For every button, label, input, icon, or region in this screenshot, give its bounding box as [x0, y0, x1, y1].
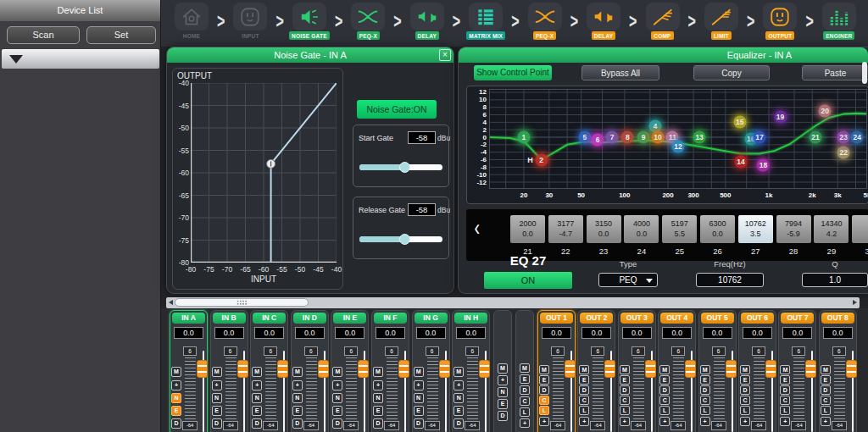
channel-label[interactable]: OUT 7 [781, 313, 814, 324]
toolbar-item-input[interactable]: INPUT [228, 3, 272, 40]
fader-handle[interactable] [237, 360, 248, 378]
channel-strip-in-b[interactable]: IN B0.06-64M+NED [210, 310, 248, 432]
channel-button-m[interactable]: M [780, 365, 790, 374]
channel-button-e[interactable]: E [498, 399, 508, 409]
paste-button[interactable]: Paste [802, 65, 868, 80]
eq-point-21[interactable]: 21 [809, 131, 821, 144]
channel-button-plus[interactable]: + [332, 380, 342, 390]
scrollbar-left-arrow-icon[interactable] [169, 300, 173, 305]
channel-button-plus[interactable]: + [171, 380, 181, 390]
toolbar-item-delay[interactable]: DELAY [405, 3, 449, 40]
channel-button-c[interactable]: C [539, 396, 549, 405]
band-scroll-left-icon[interactable]: ‹ [474, 216, 480, 240]
device-dropdown[interactable] [2, 49, 159, 69]
channel-button-plus[interactable]: + [539, 417, 549, 426]
gain-value-display[interactable]: 0.0 [254, 327, 284, 339]
channel-button-c[interactable]: C [520, 396, 530, 406]
channel-strip-in-f[interactable]: IN F0.06-64M+NED [371, 310, 409, 432]
channel-button-plus[interactable]: + [700, 417, 710, 426]
channel-button-plus[interactable]: + [780, 417, 790, 426]
channel-button-m[interactable]: M [171, 367, 181, 377]
channel-button-plus[interactable]: + [292, 380, 303, 390]
channel-button-l[interactable]: L [740, 406, 750, 415]
channel-label[interactable]: OUT 4 [660, 313, 693, 324]
fader-handle[interactable] [846, 360, 857, 378]
eq-point-14[interactable]: 14 [735, 155, 748, 168]
fader-handle[interactable] [277, 360, 288, 378]
channel-button-e[interactable]: E [332, 406, 342, 416]
toolbar-item-delay[interactable]: DELAY [581, 3, 626, 40]
channel-button-e[interactable]: E [700, 375, 710, 385]
channel-button-c[interactable]: C [821, 396, 831, 405]
channel-button-m[interactable]: M [520, 363, 530, 373]
channel-button-e[interactable]: E [292, 406, 303, 416]
gain-value-display[interactable]: 0.0 [295, 327, 325, 339]
eq-band-27[interactable]: 107623.5 [738, 215, 773, 243]
eq-point-20[interactable]: 20 [819, 105, 832, 118]
start-gate-slider[interactable] [359, 164, 442, 170]
channel-label[interactable]: OUT 8 [821, 313, 854, 324]
channel-button-e[interactable]: E [740, 375, 750, 385]
channel-button-plus[interactable]: + [659, 417, 670, 426]
scan-button[interactable]: Scan [7, 26, 80, 44]
toolbar-item-limit[interactable]: LIMIT [699, 3, 743, 40]
channel-button-e[interactable]: E [520, 374, 530, 384]
channel-label[interactable]: IN C [253, 313, 286, 324]
eq-band-21[interactable]: 20000.0 [510, 215, 545, 243]
channel-button-d[interactable]: D [498, 411, 508, 421]
toolbar-item-peq-x[interactable]: PEQ-X [523, 3, 567, 40]
toolbar-item-enginer[interactable]: ENGINER [817, 3, 861, 40]
channel-button-d[interactable]: D [579, 385, 589, 395]
eq-point-7[interactable]: 7 [606, 131, 619, 144]
noise-gate-plot[interactable] [191, 83, 337, 263]
channel-button-d[interactable]: D [212, 418, 222, 429]
channel-strip-in-e[interactable]: IN E0.06-64M+NED [331, 310, 369, 432]
channel-strip-out-8[interactable]: OUT 80.06-64MEDCL+ [819, 310, 857, 432]
eq-band-29[interactable]: 143404.2 [814, 215, 849, 243]
channel-button-plus[interactable]: + [414, 380, 424, 390]
channel-button-c[interactable]: C [740, 396, 750, 405]
channel-label[interactable]: OUT 2 [580, 313, 613, 324]
channel-button-e[interactable]: E [171, 406, 181, 416]
bypass-all-button[interactable]: Bypass All [581, 65, 659, 80]
scrollbar-thumb[interactable] [175, 298, 309, 307]
channel-strip-out-2[interactable]: OUT 20.06-64MEDCL+ [577, 310, 615, 432]
noise-gate-on-button[interactable]: Noise Gate:ON [357, 100, 437, 119]
release-gate-slider[interactable] [359, 236, 442, 242]
type-select[interactable]: PEQ [598, 273, 658, 287]
eq-point-24[interactable]: 24 [851, 131, 864, 144]
eq-point-22[interactable]: 22 [837, 146, 850, 158]
fader-handle[interactable] [765, 360, 776, 378]
channel-button-m[interactable]: M [620, 365, 630, 374]
gain-value-display[interactable]: 0.0 [335, 327, 364, 339]
gain-value-display[interactable]: 0.0 [174, 327, 203, 339]
channel-button-m[interactable]: M [332, 367, 342, 377]
channel-button-e[interactable]: E [821, 375, 831, 385]
channel-strip-in-c[interactable]: IN C0.06-64M+NED [250, 310, 288, 432]
fader-handle[interactable] [398, 360, 409, 378]
gain-value-display[interactable]: 0.0 [376, 327, 405, 339]
channel-button-n[interactable]: N [212, 393, 222, 403]
channel-label[interactable]: IN E [333, 313, 366, 324]
eq-point-10[interactable]: 10 [652, 131, 665, 144]
channel-button-e[interactable]: E [414, 406, 424, 416]
channel-button-l[interactable]: L [821, 406, 831, 415]
channel-button-e[interactable]: E [620, 375, 630, 385]
channel-button-c[interactable]: C [700, 396, 710, 405]
q-input[interactable] [802, 273, 868, 287]
eq-band-26[interactable]: 63000.0 [700, 215, 735, 243]
release-gate-input[interactable] [408, 203, 436, 216]
gain-value-display[interactable]: 0.0 [581, 327, 611, 339]
channel-button-d[interactable]: D [539, 385, 549, 395]
channel-button-d[interactable]: D [373, 418, 383, 429]
eq-point-9[interactable]: 9 [637, 131, 650, 144]
channel-button-l[interactable]: L [579, 406, 589, 415]
channel-button-d[interactable]: D [520, 385, 530, 395]
channel-button-n[interactable]: N [171, 393, 181, 403]
toolbar-item-matrix-mix[interactable]: MATRIX MIX [464, 3, 508, 40]
channel-button-c[interactable]: C [780, 396, 790, 405]
channel-button-e[interactable]: E [212, 406, 222, 416]
channel-button-l[interactable]: L [520, 407, 530, 417]
channel-strip-out-4[interactable]: OUT 40.06-64MEDCL+ [658, 310, 696, 432]
toolbar-item-comp[interactable]: COMP [641, 3, 685, 40]
